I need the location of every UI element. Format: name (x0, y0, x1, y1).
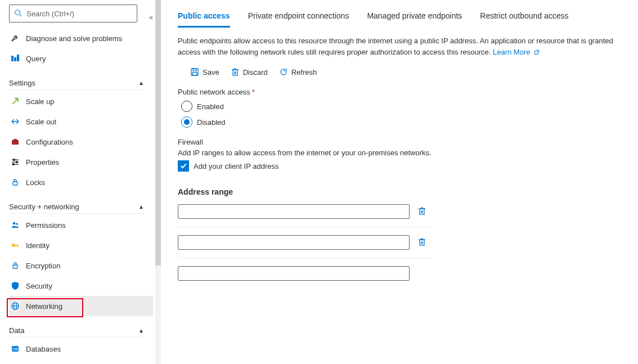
trash-icon (417, 237, 426, 246)
toolbar-label: Save (203, 68, 219, 77)
sidebar-item-permissions[interactable]: Permissions (9, 215, 153, 235)
search-input[interactable] (25, 9, 132, 19)
description-text: Public endpoints allow access to this re… (178, 35, 617, 57)
svg-rect-13 (13, 182, 17, 185)
svg-rect-19 (13, 265, 17, 268)
tab-restrict-outbound-access[interactable]: Restrict outbound access (480, 11, 568, 28)
sidebar-item-identity[interactable]: Identity (9, 235, 153, 255)
address-range-header: Address range (178, 187, 624, 196)
collapse-sidebar-icon[interactable]: « (149, 14, 153, 21)
required-asterisk: * (252, 88, 255, 96)
toolbar-label: Refresh (291, 68, 317, 77)
svg-rect-4 (17, 55, 19, 61)
address-input[interactable] (178, 266, 410, 281)
database-icon: DB (10, 344, 20, 354)
trash-icon (417, 206, 426, 215)
svg-rect-27 (192, 73, 197, 75)
svg-point-15 (16, 223, 18, 225)
address-row (178, 196, 431, 227)
search-input-wrapper[interactable] (9, 5, 137, 23)
group-header-settings[interactable]: Settings ▲ (9, 79, 144, 87)
svg-rect-5 (12, 140, 19, 145)
learn-more-link[interactable]: Learn More (493, 48, 540, 56)
svg-rect-38 (420, 240, 424, 245)
sidebar-item-encryption[interactable]: Encryption (9, 255, 153, 276)
toolbar-label: Discard (243, 68, 268, 77)
discard-button[interactable]: Discard (231, 68, 268, 77)
pna-label: Public network access* (178, 88, 624, 96)
sidebar-item-configurations[interactable]: Configurations (9, 132, 153, 152)
radio-label: Disabled (197, 118, 226, 127)
svg-rect-28 (233, 70, 237, 75)
sliders-icon (10, 157, 20, 167)
save-button[interactable]: Save (190, 68, 219, 77)
scrollbar[interactable] (155, 0, 161, 364)
address-input[interactable] (178, 204, 410, 219)
divider (9, 337, 144, 338)
delete-row-button[interactable] (417, 206, 426, 217)
sidebar-item-label: Scale out (26, 118, 56, 126)
lock-icon (10, 260, 20, 271)
sidebar-item-label: Identity (26, 241, 50, 250)
tab-private-endpoint-connections[interactable]: Private endpoint connections (248, 11, 349, 28)
globe-icon (10, 301, 20, 311)
people-icon (10, 220, 20, 230)
firewall-subtext: Add IP ranges to allow access from the i… (178, 149, 624, 157)
divider (9, 89, 144, 90)
sidebar-item-scale-out[interactable]: Scale out (9, 111, 153, 132)
sidebar-item-label: Security (26, 282, 52, 290)
trash-icon (231, 68, 240, 77)
refresh-button[interactable]: Refresh (279, 68, 317, 77)
sidebar-item-networking[interactable]: Networking (9, 296, 153, 316)
firewall-heading: Firewall (178, 138, 624, 146)
svg-point-8 (14, 159, 15, 161)
tab-managed-private-endpoints[interactable]: Managed private endpoints (367, 11, 462, 28)
svg-point-12 (13, 164, 15, 165)
sidebar-item-properties[interactable]: Properties (9, 152, 153, 172)
radio-label: Enabled (197, 102, 224, 111)
address-input[interactable] (178, 235, 410, 250)
sidebar-item-locks[interactable]: Locks (9, 172, 153, 192)
sidebar: « Diagnose and solve problems Query Sett… (0, 0, 155, 364)
svg-rect-26 (193, 69, 196, 71)
sidebar-item-label: Query (26, 55, 46, 63)
address-row (178, 227, 431, 258)
svg-text:DB: DB (12, 347, 18, 351)
svg-rect-6 (14, 139, 17, 140)
radio-enabled[interactable]: Enabled (181, 101, 624, 112)
address-row (178, 258, 431, 289)
wrench-icon (10, 33, 20, 43)
search-icon (14, 9, 22, 19)
group-title: Settings (9, 79, 35, 87)
sidebar-item-label: Properties (26, 158, 59, 167)
toolbar: Save Discard Refresh (190, 68, 624, 77)
svg-line-1 (20, 14, 22, 16)
chevron-up-icon: ▲ (138, 327, 144, 334)
svg-rect-18 (17, 245, 19, 247)
sidebar-item-scale-up[interactable]: Scale up (9, 91, 153, 111)
sidebar-item-query[interactable]: Query (9, 48, 153, 69)
external-link-icon (533, 49, 540, 56)
add-client-ip-checkbox[interactable]: Add your client IP address (178, 160, 624, 172)
tabs: Public access Private endpoint connectio… (178, 11, 624, 28)
sidebar-item-label: Configurations (26, 138, 73, 146)
svg-point-0 (15, 10, 20, 15)
group-title: Data (9, 326, 24, 335)
group-header-data[interactable]: Data ▲ (9, 326, 144, 335)
shield-icon (10, 281, 20, 291)
sidebar-item-databases[interactable]: DB Databases (9, 339, 153, 359)
checkbox-label: Add your client IP address (194, 162, 279, 170)
tab-public-access[interactable]: Public access (178, 11, 230, 28)
radio-disabled[interactable]: Disabled (181, 116, 624, 128)
sidebar-item-label: Networking (26, 302, 62, 311)
sidebar-item-label: Scale up (26, 97, 55, 106)
sidebar-item-label: Encryption (26, 262, 60, 270)
checkbox-icon (178, 160, 189, 172)
group-header-security[interactable]: Security + networking ▲ (9, 203, 144, 211)
lock-icon (10, 177, 20, 187)
scale-up-icon (10, 96, 20, 106)
briefcase-icon (10, 137, 20, 147)
sidebar-item-security[interactable]: Security (9, 276, 153, 296)
sidebar-item-diagnose[interactable]: Diagnose and solve problems (9, 28, 153, 48)
delete-row-button[interactable] (417, 237, 426, 248)
